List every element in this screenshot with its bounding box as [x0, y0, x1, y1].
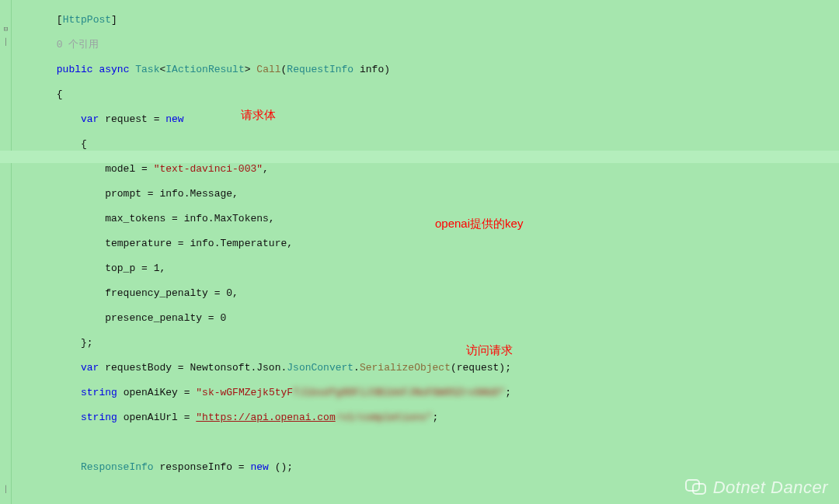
annotation-label: openai提供的key: [435, 217, 523, 230]
code-line: {: [20, 89, 839, 101]
code-line: prompt = info.Message,: [20, 188, 839, 200]
code-line: string openAiUrl = "https://api.openai.c…: [20, 412, 839, 424]
watermark-text: Dotnet Dancer: [713, 481, 828, 494]
code-line: string openAiKey = "sk-wGFMZejk5tyFTJlbs…: [20, 387, 839, 399]
code-line: max_tokens = info.MaxTokens,: [20, 213, 839, 225]
blurred-url: /v1/completions": [336, 412, 433, 424]
code-line: model = "text-davinci-003",: [20, 163, 839, 176]
code-line: temperature = info.Temperature,: [20, 238, 839, 250]
code-editor[interactable]: [HttpPost] 0 个引用 public async Task<IActi…: [11, 0, 839, 504]
wechat-icon: [685, 479, 705, 496]
fold-gutter: ⊟ │ │: [0, 0, 12, 504]
code-line: presence_penalty = 0: [20, 312, 839, 325]
annotation-label: 请求体: [241, 109, 276, 121]
blurred-secret: TJlbsdfg9DFlJ3BlbkFJNoFGW85Zrx9AbD": [293, 387, 505, 399]
code-line: public async Task<IActionResult> Call(Re…: [20, 64, 839, 76]
code-lens[interactable]: 0 个引用: [20, 39, 839, 51]
code-line: [20, 436, 839, 449]
fold-line-icon: │: [2, 39, 9, 46]
code-line: {: [20, 138, 839, 151]
code-line: var requestBody = Newtonsoft.Json.JsonCo…: [20, 362, 839, 374]
code-line: [HttpPost]: [20, 14, 839, 26]
annotation-label: 访问请求: [466, 344, 513, 356]
fold-minus-icon[interactable]: ⊟: [2, 26, 9, 33]
code-line: var request = new: [20, 113, 839, 126]
code-line: frequency_penalty = 0,: [20, 287, 839, 300]
code-line: top_p = 1,: [20, 262, 839, 275]
fold-line-icon: │: [2, 486, 9, 493]
watermark: Dotnet Dancer: [685, 479, 828, 496]
code-line: ResponseInfo responseInfo = new ();: [20, 461, 839, 474]
code-line: };: [20, 337, 839, 349]
